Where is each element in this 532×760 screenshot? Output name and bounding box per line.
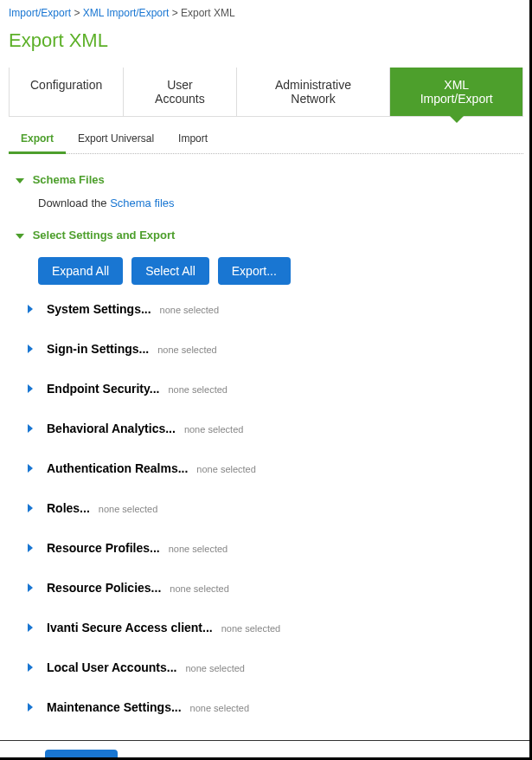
category-status: none selected [196, 464, 256, 474]
category-status: none selected [170, 583, 229, 594]
chevron-down-icon [16, 178, 24, 184]
category-list: System Settings... none selected Sign-in… [9, 302, 523, 714]
chevron-right-icon [28, 345, 33, 353]
category-maintenance-settings[interactable]: Maintenance Settings... none selected [28, 700, 523, 714]
category-label: Endpoint Security... [47, 382, 159, 396]
expand-all-button[interactable]: Expand All [38, 257, 123, 285]
section-schema-files-label: Schema Files [33, 173, 105, 186]
chevron-right-icon [28, 384, 33, 393]
breadcrumb: Import/Export > XML Import/Export > Expo… [9, 7, 523, 19]
schema-download-row: Download the Schema files [38, 196, 523, 209]
schema-files-link[interactable]: Schema files [110, 196, 174, 209]
category-label: Authentication Realms... [47, 461, 188, 475]
chevron-right-icon [28, 504, 33, 512]
category-label: Resource Profiles... [47, 541, 160, 555]
sub-tabs: Export Export Universal Import [9, 126, 523, 154]
category-label: Sign-in Settings... [47, 342, 149, 356]
select-all-button[interactable]: Select All [131, 257, 209, 285]
chevron-right-icon [28, 424, 33, 433]
section-select-export-label: Select Settings and Export [33, 229, 176, 242]
category-label: Behavioral Analytics... [47, 422, 176, 435]
chevron-right-icon [28, 703, 33, 712]
category-system-settings[interactable]: System Settings... none selected [28, 302, 523, 316]
breadcrumb-current: Export XML [181, 7, 235, 19]
subtab-export[interactable]: Export [9, 126, 66, 154]
chevron-right-icon [28, 663, 33, 672]
chevron-right-icon [28, 305, 33, 313]
export-button[interactable]: Export... [218, 257, 291, 285]
category-resource-policies[interactable]: Resource Policies... none selected [28, 581, 523, 595]
tab-configuration[interactable]: Configuration [9, 68, 124, 116]
breadcrumb-sep: > [74, 7, 82, 19]
main-tabs: Configuration User Accounts Administrati… [9, 68, 523, 117]
category-status: none selected [157, 345, 217, 355]
category-status: none selected [221, 623, 281, 634]
category-auth-realms[interactable]: Authentication Realms... none selected [28, 461, 523, 475]
chevron-right-icon [28, 464, 33, 473]
category-roles[interactable]: Roles... none selected [28, 501, 523, 515]
category-signin-settings[interactable]: Sign-in Settings... none selected [28, 342, 523, 356]
category-endpoint-security[interactable]: Endpoint Security... none selected [28, 382, 523, 396]
category-status: none selected [160, 305, 220, 315]
breadcrumb-link-import-export[interactable]: Import/Export [9, 7, 71, 19]
category-status: none selected [99, 504, 158, 514]
category-status: none selected [168, 384, 228, 395]
category-label: System Settings... [47, 302, 151, 316]
chevron-right-icon [28, 583, 33, 592]
category-status: none selected [184, 424, 244, 435]
category-label: Ivanti Secure Access client... [47, 621, 213, 634]
category-label: Local User Accounts... [47, 660, 176, 674]
breadcrumb-sep: > [172, 7, 181, 19]
category-ivanti-client[interactable]: Ivanti Secure Access client... none sele… [28, 621, 523, 634]
category-label: Resource Policies... [47, 581, 161, 595]
chevron-right-icon [28, 623, 33, 632]
category-label: Roles... [47, 501, 90, 515]
tab-admin-network[interactable]: Administrative Network [237, 68, 391, 116]
subtab-import[interactable]: Import [166, 126, 220, 153]
category-status: none selected [185, 663, 245, 673]
tab-xml-import-export[interactable]: XML Import/Export [390, 68, 523, 116]
tab-user-accounts[interactable]: User Accounts [124, 68, 236, 116]
schema-text-prefix: Download the [38, 196, 110, 209]
section-select-export[interactable]: Select Settings and Export [16, 229, 523, 242]
subtab-export-universal[interactable]: Export Universal [66, 126, 166, 153]
category-behavioral-analytics[interactable]: Behavioral Analytics... none selected [28, 422, 523, 435]
action-row: Expand All Select All Export... [38, 257, 523, 285]
chevron-right-icon [28, 544, 33, 552]
page-title: Export XML [9, 29, 523, 52]
category-status: none selected [169, 544, 228, 554]
category-status: none selected [190, 703, 250, 713]
category-label: Maintenance Settings... [47, 700, 182, 714]
category-resource-profiles[interactable]: Resource Profiles... none selected [28, 541, 523, 555]
breadcrumb-link-xml[interactable]: XML Import/Export [83, 7, 170, 19]
chevron-down-icon [16, 234, 24, 239]
section-schema-files[interactable]: Schema Files [16, 173, 523, 186]
category-local-user-accounts[interactable]: Local User Accounts... none selected [28, 660, 523, 674]
